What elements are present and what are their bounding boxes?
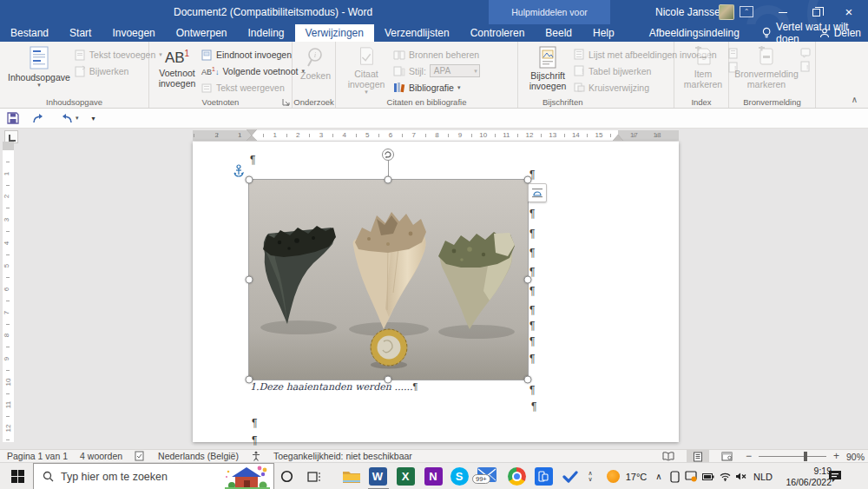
- mail-app-button[interactable]: 99+: [473, 463, 501, 489]
- your-phone-app-button[interactable]: [530, 463, 556, 489]
- task-view-button[interactable]: [302, 463, 326, 489]
- temperature-label[interactable]: 17°C: [621, 463, 651, 489]
- file-explorer-button[interactable]: [339, 463, 365, 489]
- word-count[interactable]: 4 woorden: [80, 451, 122, 461]
- input-language-button[interactable]: NLD: [750, 463, 776, 489]
- inhoudsopgave-button[interactable]: Inhoudsopgave ▾: [3, 44, 75, 96]
- tab-bestand[interactable]: Bestand: [0, 24, 59, 42]
- bijschrift-invoegen-button[interactable]: Bijschrift invoegen: [522, 44, 574, 96]
- cortana-button[interactable]: [274, 463, 299, 489]
- collapse-ribbon-icon[interactable]: ∧: [852, 95, 858, 104]
- bronvermelding-markeren-button[interactable]: Bronvermelding markeren: [733, 44, 800, 96]
- zoom-level[interactable]: 90%: [846, 452, 865, 462]
- tray-phone-button[interactable]: [667, 463, 682, 489]
- word-app-button[interactable]: W: [365, 463, 391, 489]
- ruler-number: 2: [296, 131, 299, 139]
- tab-ontwerpen[interactable]: Ontwerpen: [166, 24, 238, 42]
- voetnoot-invoegen-button[interactable]: AB1 Voetnoot invoegen: [153, 44, 201, 96]
- tekst-weergeven-button[interactable]: Tekst weergeven: [201, 79, 305, 96]
- page-count[interactable]: Pagina 1 van 1: [7, 451, 68, 461]
- resize-handle-s[interactable]: [385, 376, 392, 384]
- accessibility-status[interactable]: Toegankelijkheid: niet beschikbaar: [273, 451, 412, 461]
- share-button[interactable]: Delen: [819, 24, 861, 42]
- tab-controleren[interactable]: Controleren: [460, 24, 536, 42]
- save-icon[interactable]: [7, 112, 19, 124]
- bibliografie-button[interactable]: Bibliografie▾: [393, 79, 480, 96]
- layout-options-button[interactable]: [528, 183, 547, 202]
- eindnoot-invoegen-label: Eindnoot invoegen: [216, 50, 292, 60]
- read-mode-button[interactable]: [657, 450, 680, 463]
- resize-handle-nw[interactable]: [246, 176, 253, 184]
- update-toa-icon[interactable]: !: [800, 61, 811, 72]
- print-layout-button[interactable]: [687, 450, 709, 463]
- tab-help[interactable]: Help: [582, 24, 625, 42]
- excel-icon: X: [397, 467, 415, 486]
- language-status[interactable]: Nederlands (België): [158, 451, 239, 461]
- resize-handle-se[interactable]: [524, 376, 532, 384]
- eindnoot-invoegen-button[interactable]: Eindnoot invoegen: [201, 46, 305, 63]
- taskbar-search[interactable]: Typ hier om te zoeken: [33, 463, 274, 489]
- qat-customize-icon[interactable]: ▾: [92, 115, 95, 122]
- shark-teeth-photo[interactable]: [249, 180, 528, 380]
- start-button[interactable]: [5, 463, 30, 489]
- tab-beeld[interactable]: Beeld: [535, 24, 582, 42]
- ribbon-display-options-icon[interactable]: ⌃: [740, 6, 753, 17]
- v-ruler[interactable]: 123456789101112: [3, 142, 14, 442]
- cross-reference-icon: [574, 82, 585, 93]
- tab-start[interactable]: Start: [59, 24, 102, 42]
- right-indent-marker[interactable]: [613, 135, 623, 141]
- excel-app-button[interactable]: X: [392, 463, 418, 489]
- resize-handle-e[interactable]: [524, 276, 532, 284]
- tab-verzendlijsten[interactable]: Verzendlijsten: [374, 24, 460, 42]
- citaat-invoegen-button[interactable]: Citaat invoegen ▾: [339, 44, 393, 96]
- tray-expand-chevron[interactable]: ∧: [653, 463, 665, 489]
- resize-handle-w[interactable]: [246, 276, 253, 284]
- zoom-in-button[interactable]: +: [833, 450, 839, 463]
- bronnen-beheren-button[interactable]: Bronnen beheren: [393, 46, 480, 63]
- document-area: 211234567891011121314151718 123456789101…: [0, 129, 868, 449]
- pilcrow-mark: ¶: [529, 228, 535, 239]
- first-line-indent-marker[interactable]: [247, 129, 257, 135]
- item-markeren-button[interactable]: Item markeren: [678, 44, 728, 96]
- volgende-voetnoot-button[interactable]: AB1↓ Volgende voetnoot▾: [201, 63, 305, 79]
- skype-app-button[interactable]: S: [446, 463, 472, 489]
- web-layout-button[interactable]: [716, 450, 739, 463]
- zoom-slider-thumb[interactable]: [804, 452, 807, 461]
- tab-invoegen[interactable]: Invoegen: [102, 24, 165, 42]
- proofing-icon[interactable]: [135, 451, 146, 461]
- accessibility-icon[interactable]: [251, 451, 261, 461]
- skype-icon: S: [450, 467, 469, 486]
- tray-display-button[interactable]: [682, 463, 700, 489]
- tray-volume-button[interactable]: [733, 463, 750, 489]
- tab-afbeeldingsindeling[interactable]: Afbeeldingsindeling: [639, 24, 750, 42]
- hanging-indent-marker[interactable]: [247, 135, 257, 141]
- redo-icon[interactable]: [32, 113, 46, 124]
- resize-handle-n[interactable]: [385, 176, 392, 184]
- undo-button[interactable]: ▾: [59, 113, 79, 124]
- weather-button[interactable]: [604, 463, 621, 489]
- todo-app-button[interactable]: [557, 463, 583, 489]
- h-ruler[interactable]: 211234567891011121314151718: [193, 130, 679, 141]
- onenote-app-button[interactable]: N: [420, 463, 446, 489]
- taskbar-scroll-buttons[interactable]: ∧ ∨: [583, 463, 597, 489]
- zoom-slider[interactable]: [759, 456, 826, 457]
- resize-handle-sw[interactable]: [246, 376, 253, 384]
- ruler-number: 10: [479, 131, 487, 139]
- avatar[interactable]: [719, 4, 734, 20]
- tab-indeling[interactable]: Indeling: [237, 24, 294, 42]
- tray-battery-button[interactable]: [700, 463, 717, 489]
- zoeken-button[interactable]: i Zoeken: [296, 44, 335, 96]
- tray-wifi-button[interactable]: [717, 463, 733, 489]
- insert-toa-icon[interactable]: [800, 48, 812, 58]
- ruler-number: 12: [526, 131, 534, 139]
- tab-verwijzingen[interactable]: Verwijzingen: [295, 24, 374, 42]
- stijl-select[interactable]: APA: [430, 64, 480, 77]
- zoom-out-button[interactable]: −: [746, 450, 752, 463]
- caption-text[interactable]: 1.Deze haaientanden werden ......¶: [250, 381, 418, 393]
- action-center-button[interactable]: [823, 463, 847, 489]
- rotate-handle[interactable]: [382, 149, 395, 162]
- layout-options-icon: [531, 187, 543, 199]
- page[interactable]: 1.Deze haaientanden werden ......¶ ¶¶¶¶¶…: [193, 142, 679, 442]
- chrome-app-button[interactable]: [503, 463, 529, 489]
- ruler-number: 11: [4, 401, 12, 408]
